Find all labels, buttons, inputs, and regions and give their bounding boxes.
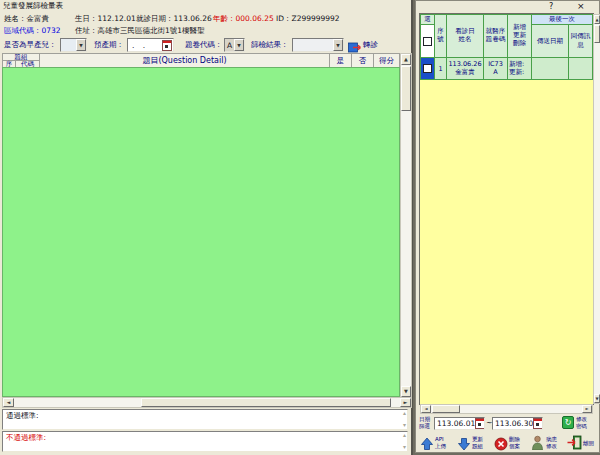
- scroll-up-icon[interactable]: ▲: [594, 15, 600, 24]
- patient-name: 金富貴: [27, 14, 50, 23]
- row-sentdate-cell[interactable]: [531, 57, 569, 80]
- scroll-up-icon[interactable]: ▲: [401, 54, 411, 65]
- help-icon[interactable]: ?: [549, 2, 553, 11]
- due-date-label: 預產期：: [94, 41, 124, 50]
- form-code-value: A: [225, 41, 232, 50]
- upload-icon[interactable]: [420, 436, 434, 455]
- date-picker-icon[interactable]: [533, 418, 543, 429]
- form-code-label: 題卷代碼：: [185, 41, 223, 50]
- col-code-header: 就醫序 題卷碼: [483, 14, 508, 58]
- fail-criteria-label: 不通過標準:: [6, 434, 46, 443]
- region-code-value: 0732: [42, 26, 61, 35]
- row-reply-cell[interactable]: [568, 57, 593, 80]
- date-from-input[interactable]: 113.06.01: [434, 417, 485, 430]
- fail-criteria-box[interactable]: 不通過標準: ▴ ▾: [2, 431, 408, 452]
- date-picker-icon[interactable]: [475, 418, 485, 429]
- scroll-left-icon[interactable]: ◄: [421, 405, 431, 413]
- col-reply-header: 回傳訊息: [568, 24, 593, 58]
- row-checkbox[interactable]: [423, 64, 432, 73]
- close-icon[interactable]: ×: [577, 1, 585, 11]
- col-visitdate-header: 看診日 姓名: [446, 14, 484, 58]
- change-password-icon[interactable]: ↻: [562, 416, 574, 429]
- col-sentdate-header: 傳送日期: [531, 24, 569, 58]
- vscroll-thumb[interactable]: [594, 25, 600, 43]
- update-question-button[interactable]: 更新 題組: [472, 436, 483, 449]
- date-from-value: 113.06.01: [435, 419, 475, 428]
- scroll-down-icon[interactable]: ▼: [594, 394, 600, 403]
- visit-hscrollbar[interactable]: ◄ ►: [420, 404, 593, 414]
- row-select-cell[interactable]: [420, 57, 435, 80]
- patient-name-label: 姓名：金富貴: [4, 15, 49, 24]
- question-vscrollbar[interactable]: ▲ ▼: [400, 53, 412, 397]
- screen-result-dropdown[interactable]: ▼: [292, 38, 344, 52]
- select-all-checkbox[interactable]: [423, 37, 432, 46]
- age-value: 000.06.25: [236, 14, 274, 23]
- birth-value: 112.12.01: [98, 14, 136, 23]
- download-icon[interactable]: [457, 436, 471, 455]
- hscroll-thumb[interactable]: [141, 398, 391, 407]
- referral-label[interactable]: 轉診: [363, 41, 378, 50]
- question-list-area[interactable]: [2, 67, 400, 397]
- scroll-left-icon[interactable]: ◄: [3, 398, 14, 407]
- patient-edit-button[interactable]: 病患 修改: [546, 436, 557, 449]
- screen: { "colors": { "panel_bg": "#ece9d8", "qu…: [0, 0, 600, 455]
- visit-list-dialog: ? × 選 序 號 看診日 姓名 就醫序 題卷碼 新增 更新 刪除 最後一次 傳…: [415, 0, 600, 453]
- visit-date-label: 就診日期：113.06.26: [136, 15, 212, 24]
- visit-date-value: 113.06.26: [174, 14, 212, 23]
- page-title: 兒童發展篩檢量表: [3, 2, 63, 11]
- date-to-value: 113.06.30: [493, 419, 533, 428]
- row-visitdate-cell[interactable]: 113.06.26 金富貴: [446, 57, 484, 80]
- chevron-down-icon[interactable]: ▼: [333, 39, 343, 51]
- patient-id-value: Z299999992: [292, 14, 340, 23]
- api-upload-button[interactable]: API 上傳: [435, 436, 446, 449]
- region-code-label: 區域代碼：0732: [4, 27, 61, 36]
- exit-door-icon[interactable]: [567, 435, 582, 454]
- visit-grid-empty-area[interactable]: [420, 80, 593, 404]
- row-code-cell[interactable]: IC73 A: [483, 57, 508, 80]
- scroll-down-icon[interactable]: ▼: [401, 386, 411, 397]
- date-filter-label: 日期 篩選: [419, 416, 430, 429]
- question-hscrollbar[interactable]: ◄ ►: [2, 397, 412, 408]
- chevron-down-icon[interactable]: ▼: [234, 39, 244, 51]
- spin-up-icon[interactable]: ▴: [403, 432, 406, 439]
- age-label: 年齡：000.06.25: [213, 15, 274, 24]
- scroll-right-icon[interactable]: ►: [400, 398, 411, 407]
- spin-down-icon[interactable]: ▾: [403, 422, 406, 429]
- spin-up-icon[interactable]: ▴: [403, 410, 406, 417]
- birth-label: 生日：112.12.01: [75, 15, 136, 24]
- due-date-value: . .: [128, 41, 148, 50]
- hscroll-thumb[interactable]: [432, 405, 460, 413]
- screen-result-label: 篩檢結果：: [251, 41, 289, 50]
- date-picker-icon[interactable]: [162, 40, 172, 51]
- qcol-score-header: 得分: [373, 53, 400, 68]
- pass-criteria-label: 通過標準:: [6, 412, 39, 421]
- exit-button[interactable]: 離開: [583, 440, 594, 446]
- address-label: 住址：高雄市三民區德北街1號1樓醫聖: [75, 27, 205, 36]
- delete-case-button[interactable]: 刪除 個案: [509, 436, 520, 449]
- dialog-titlebar: ? ×: [416, 1, 599, 13]
- qcol-question-header: 題目(Question Detail): [39, 53, 330, 68]
- pass-criteria-box[interactable]: 通過標準: ▴ ▾: [2, 409, 408, 430]
- person-icon[interactable]: [531, 435, 544, 454]
- address-value: 高雄市三民區德北街1號1樓醫聖: [98, 26, 205, 35]
- delete-icon[interactable]: [494, 436, 508, 455]
- due-date-input[interactable]: . .: [127, 38, 174, 52]
- chevron-down-icon[interactable]: ▼: [76, 39, 86, 51]
- scroll-right-icon[interactable]: ►: [582, 405, 592, 413]
- date-to-input[interactable]: 113.06.30: [492, 417, 543, 430]
- patient-id-label: ID：Z299999992: [276, 15, 340, 24]
- qcol-no-header: 否: [351, 53, 374, 68]
- row-action-cell[interactable]: 新增: 更新:: [507, 57, 532, 80]
- screening-form-panel: 兒童發展篩檢量表 姓名：金富貴 生日：112.12.01 就診日期：113.06…: [0, 0, 413, 455]
- preterm-label: 是否為早產兒：: [4, 41, 57, 50]
- vscroll-thumb[interactable]: [401, 66, 411, 111]
- form-code-dropdown[interactable]: A ▼: [224, 38, 245, 52]
- button-bar: API 上傳 更新 題組 刪除 個案 病患 修改 離開: [418, 433, 598, 454]
- spin-down-icon[interactable]: ▾: [403, 444, 406, 451]
- col-action-header: 新增 更新 刪除: [507, 14, 532, 58]
- change-password-label[interactable]: 修改 密碼: [576, 416, 587, 429]
- visit-vscrollbar[interactable]: ▲ ▼: [593, 14, 600, 404]
- select-all-cell: [420, 24, 435, 58]
- qcol-yes-header: 是: [329, 53, 352, 68]
- preterm-dropdown[interactable]: ▼: [60, 38, 87, 52]
